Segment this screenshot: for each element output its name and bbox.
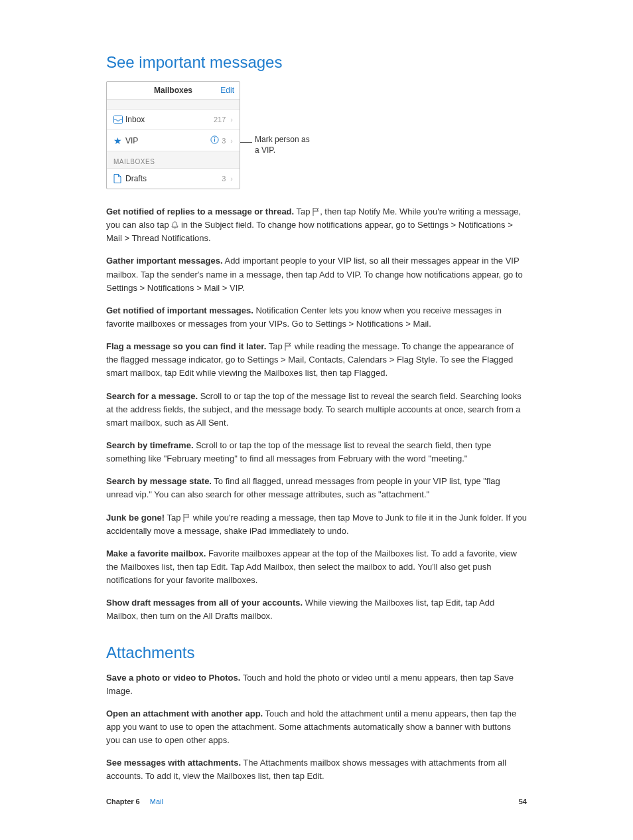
panel-header: Mailboxes Edit [107, 82, 240, 100]
paragraph-flag: Flag a message so you can find it later.… [106, 340, 527, 380]
lead: Get notified of important messages. [106, 305, 253, 315]
panel-title: Mailboxes [154, 86, 192, 95]
inbox-meta: 217 › [214, 116, 233, 124]
lead: Get notified of replies to a message or … [106, 207, 294, 216]
callout-text: Mark person as a VIP. [255, 134, 315, 155]
chevron-icon: › [230, 116, 233, 124]
paragraph-search: Search for a message. Scroll to or tap t… [106, 390, 527, 430]
lead: Search for a message. [106, 391, 198, 401]
paragraph-see-attachments: See messages with attachments. The Attac… [106, 756, 527, 783]
inbox-label: Inbox [125, 115, 214, 124]
text: Tap [294, 207, 313, 216]
group-label: MAILBOXES [107, 151, 240, 169]
chapter-name: Mail [150, 798, 163, 805]
flag-icon [183, 514, 190, 522]
section-heading-important: See important messages [106, 53, 527, 72]
mailboxes-panel: Mailboxes Edit Inbox 217 › ★ VIP [106, 81, 240, 189]
bell-icon [171, 221, 178, 229]
lead: Open an attachment with another app. [106, 709, 263, 718]
paragraph-notify-replies: Get notified of replies to a message or … [106, 205, 527, 245]
mailboxes-figure: Mailboxes Edit Inbox 217 › ★ VIP [106, 81, 527, 189]
flag-icon [285, 343, 292, 351]
inbox-count: 217 [214, 116, 226, 124]
drafts-label: Drafts [125, 174, 222, 183]
drafts-count: 3 [222, 175, 226, 183]
flag-icon [313, 208, 320, 216]
paragraph-favorite-mailbox: Make a favorite mailbox. Favorite mailbo… [106, 547, 527, 587]
chevron-icon: › [230, 137, 233, 145]
vip-count: 3 [222, 137, 226, 145]
paragraph-search-state: Search by message state. To find all fla… [106, 475, 527, 501]
text: Tap [266, 341, 285, 351]
chevron-icon: › [230, 175, 233, 183]
paragraph-drafts: Show draft messages from all of your acc… [106, 596, 527, 623]
chapter-number: Chapter 6 [106, 798, 140, 805]
lead: Search by timeframe. [106, 440, 194, 450]
page-footer: Chapter 6 Mail 54 [106, 798, 527, 805]
mailbox-row-inbox[interactable]: Inbox 217 › [107, 110, 240, 130]
text: Tap [165, 513, 183, 523]
paragraph-notify-important: Get notified of important messages. Noti… [106, 304, 527, 331]
vip-label: VIP [125, 136, 210, 145]
svg-rect-3 [214, 139, 215, 141]
paragraph-junk: Junk be gone! Tap while you're reading a… [106, 511, 527, 538]
drafts-meta: 3 › [222, 175, 233, 183]
paragraph-save-photo: Save a photo or video to Photos. Touch a… [106, 671, 527, 698]
vip-meta: 3 › [210, 135, 233, 145]
page-number: 54 [519, 798, 527, 805]
paragraph-gather: Gather important messages. Add important… [106, 254, 527, 294]
info-icon[interactable] [210, 135, 219, 145]
star-icon: ★ [113, 136, 125, 145]
mailbox-row-drafts[interactable]: Drafts 3 › [107, 169, 240, 189]
edit-button[interactable]: Edit [220, 86, 234, 95]
panel-spacer [107, 100, 240, 110]
callout-line [240, 142, 252, 143]
lead: See messages with attachments. [106, 758, 241, 768]
lead: Save a photo or video to Photos. [106, 673, 240, 683]
document-icon [113, 174, 125, 183]
paragraph-search-timeframe: Search by timeframe. Scroll to or tap th… [106, 439, 527, 465]
lead: Flag a message so you can find it later. [106, 341, 266, 351]
lead: Search by message state. [106, 476, 212, 486]
lead: Junk be gone! [106, 513, 165, 523]
lead: Show draft messages from all of your acc… [106, 598, 303, 608]
svg-point-2 [214, 137, 216, 139]
mailbox-row-vip[interactable]: ★ VIP 3 › [107, 130, 240, 151]
paragraph-open-attachment: Open an attachment with another app. Tou… [106, 707, 527, 747]
inbox-icon [113, 116, 125, 124]
lead: Make a favorite mailbox. [106, 548, 206, 558]
lead: Gather important messages. [106, 256, 223, 266]
section-heading-attachments: Attachments [106, 643, 527, 662]
